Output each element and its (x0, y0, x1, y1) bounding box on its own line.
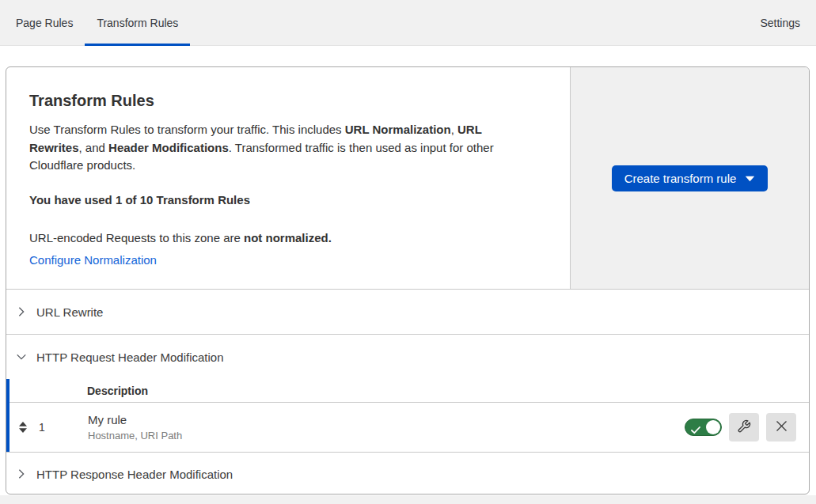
caret-down-icon (745, 172, 755, 185)
normalization-status-text: URL-encoded Requests to this zone are no… (29, 229, 538, 248)
tab-bar: Page Rules Transform Rules Settings (0, 0, 816, 46)
chevron-down-icon (16, 351, 27, 362)
section-label: HTTP Request Header Modification (36, 351, 224, 364)
page-title: Transform Rules (29, 92, 538, 110)
delete-rule-button[interactable] (766, 413, 796, 441)
page-background-strip (0, 495, 816, 504)
transform-rules-card: Transform Rules Use Transform Rules to t… (6, 66, 810, 495)
section-http-request-header-modification[interactable]: HTTP Request Header Modification (6, 334, 809, 379)
reorder-icon[interactable] (17, 421, 28, 434)
edit-rule-button[interactable] (729, 413, 759, 441)
wrench-icon (737, 419, 751, 436)
tab-transform-rules[interactable]: Transform Rules (85, 0, 190, 45)
tab-page-rules[interactable]: Page Rules (4, 0, 85, 45)
rule-order-number: 1 (39, 421, 46, 434)
chevron-right-icon (16, 306, 27, 317)
close-icon (775, 419, 788, 435)
description-text: Use Transform Rules to transform your tr… (29, 121, 536, 175)
tab-settings[interactable]: Settings (748, 0, 812, 45)
section-label: URL Rewrite (36, 305, 103, 319)
table-row: 1 My rule Hostname, URI Path (9, 403, 809, 452)
rule-enabled-toggle[interactable] (685, 419, 722, 436)
section-label: HTTP Response Header Modification (36, 468, 233, 481)
rule-name: My rule (88, 413, 182, 426)
rule-fields: Hostname, URI Path (88, 430, 182, 441)
create-button-label: Create transform rule (624, 172, 737, 185)
description-column-header: Description (87, 385, 148, 397)
side-panel: Create transform rule (571, 67, 809, 289)
rule-controls (685, 413, 809, 441)
usage-count-text: You have used 1 of 10 Transform Rules (29, 191, 538, 210)
toggle-knob (706, 420, 720, 434)
table-header-row: Description (9, 379, 809, 403)
rules-table: Description 1 My rule Hostname, URI Path (6, 379, 809, 452)
card-top: Transform Rules Use Transform Rules to t… (6, 67, 809, 289)
check-icon (691, 423, 700, 438)
section-http-response-header-modification[interactable]: HTTP Response Header Modification (6, 452, 809, 495)
configure-normalization-link[interactable]: Configure Normalization (29, 253, 157, 267)
rule-info: My rule Hostname, URI Path (88, 413, 182, 441)
intro-panel: Transform Rules Use Transform Rules to t… (6, 67, 571, 289)
section-url-rewrite[interactable]: URL Rewrite (6, 289, 809, 334)
chevron-right-icon (16, 468, 27, 479)
create-transform-rule-button[interactable]: Create transform rule (612, 165, 769, 191)
